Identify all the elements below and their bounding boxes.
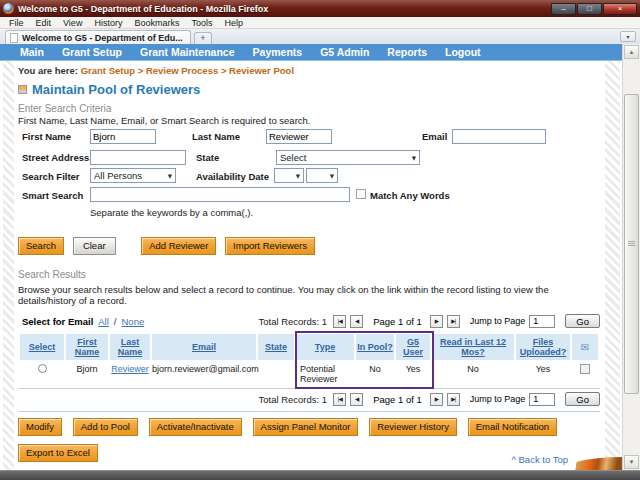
add-to-pool-button[interactable]: Add to Pool <box>73 418 138 436</box>
smart-search-input[interactable] <box>90 187 350 202</box>
col-email-select[interactable]: ✉ <box>572 334 598 360</box>
match-any-words-checkbox[interactable] <box>356 189 366 199</box>
window-title: Welcome to G5 - Department of Education … <box>18 4 268 14</box>
last-page-button[interactable]: ▶| <box>447 315 460 328</box>
col-read-12-mos[interactable]: Read in Last 12 Mos? <box>432 334 514 360</box>
caret-icon: ^ <box>511 454 515 465</box>
table-row: Bjorn Reviewer bjorn.reviewer@gmail.com … <box>20 360 598 386</box>
col-in-pool[interactable]: In Pool? <box>356 334 394 360</box>
state-select[interactable]: Select <box>276 150 420 165</box>
col-state[interactable]: State <box>258 334 294 360</box>
breadcrumb-separator: > <box>221 65 227 76</box>
prev-page-button[interactable]: ◀ <box>350 393 363 406</box>
nav-main[interactable]: Main <box>11 46 53 58</box>
next-page-button[interactable]: ▶ <box>430 315 443 328</box>
maximize-button[interactable]: □ <box>577 3 602 15</box>
export-to-excel-button[interactable]: Export to Excel <box>18 444 98 462</box>
search-results-heading: Search Results <box>18 269 600 280</box>
menu-file[interactable]: File <box>3 18 30 28</box>
back-to-top-link[interactable]: ^ Back to Top <box>511 454 568 465</box>
reviewer-link[interactable]: Reviewer <box>111 364 149 374</box>
email-notification-button[interactable]: Email Notification <box>468 418 557 436</box>
clear-button[interactable]: Clear <box>73 237 116 255</box>
page-icon <box>10 33 18 43</box>
status-bar <box>0 470 640 480</box>
select-all-link[interactable]: All <box>98 316 109 327</box>
minimize-button[interactable]: – <box>551 3 576 15</box>
tab-list-dropdown-icon[interactable]: ▾ <box>620 31 636 42</box>
web-page: Main Grant Setup Grant Maintenance Payme… <box>0 44 622 470</box>
col-email[interactable]: Email <box>152 334 256 360</box>
email-label: Email <box>422 131 447 142</box>
row-select-cell <box>20 360 64 386</box>
assign-panel-monitor-button[interactable]: Assign Panel Monitor <box>253 418 359 436</box>
street-address-input[interactable] <box>90 150 186 165</box>
col-type[interactable]: Type <box>296 334 354 360</box>
select-none-link[interactable]: None <box>121 316 144 327</box>
availability-day-select[interactable] <box>306 168 338 183</box>
total-records-value: 1 <box>322 316 327 327</box>
nav-grant-maintenance[interactable]: Grant Maintenance <box>131 46 244 58</box>
col-first-name[interactable]: First Name <box>66 334 108 360</box>
nav-logout[interactable]: Logout <box>436 46 490 58</box>
row-email-checkbox[interactable] <box>580 364 590 374</box>
vertical-scrollbar[interactable]: ▲ ▼ <box>622 44 640 470</box>
availability-month-select[interactable] <box>274 168 304 183</box>
email-input[interactable] <box>452 129 546 144</box>
row-state <box>258 360 294 386</box>
nav-g5-admin[interactable]: G5 Admin <box>311 46 378 58</box>
row-g5-user: Yes <box>396 360 430 386</box>
add-reviewer-button[interactable]: Add Reviewer <box>141 237 216 255</box>
activate-inactivate-button[interactable]: Activate/Inactivate <box>149 418 242 436</box>
menu-bookmarks[interactable]: Bookmarks <box>128 18 185 28</box>
first-page-button[interactable]: |◀ <box>333 393 346 406</box>
tab-title: Welcome to G5 - Department of Edu... <box>22 33 183 43</box>
prev-page-button[interactable]: ◀ <box>350 315 363 328</box>
jump-to-page-label: Jump to Page <box>470 316 526 326</box>
state-label: State <box>196 152 219 163</box>
firefox-icon <box>3 3 14 14</box>
row-radio[interactable] <box>38 364 47 373</box>
menu-edit[interactable]: Edit <box>30 18 58 28</box>
search-filter-select[interactable]: All Persons <box>90 168 176 183</box>
scroll-down-icon[interactable]: ▼ <box>624 455 639 469</box>
col-g5-user[interactable]: G5 User <box>396 334 430 360</box>
breadcrumb-grant-setup[interactable]: Grant Setup <box>81 65 135 76</box>
jump-to-page-input[interactable] <box>529 393 555 406</box>
modify-button[interactable]: Modify <box>18 418 62 436</box>
menu-view[interactable]: View <box>57 18 88 28</box>
active-tab[interactable]: Welcome to G5 - Department of Edu... <box>5 30 191 44</box>
close-button[interactable]: × <box>603 3 637 15</box>
menu-tools[interactable]: Tools <box>185 18 218 28</box>
row-files: Yes <box>516 360 570 386</box>
col-select[interactable]: Select <box>20 334 64 360</box>
first-page-button[interactable]: |◀ <box>333 315 346 328</box>
reviewer-history-button[interactable]: Reviewer History <box>369 418 457 436</box>
last-page-button[interactable]: ▶| <box>447 393 460 406</box>
import-reviewers-button[interactable]: Import Reviewers <box>225 237 315 255</box>
go-button[interactable]: Go <box>565 392 600 406</box>
next-page-button[interactable]: ▶ <box>430 393 443 406</box>
tab-bar: Welcome to G5 - Department of Edu... + ▾ <box>0 29 640 44</box>
breadcrumb-reviewer-pool[interactable]: Reviewer Pool <box>229 65 294 76</box>
title-bar: Welcome to G5 - Department of Education … <box>0 0 640 17</box>
last-name-input[interactable] <box>266 129 332 144</box>
jump-to-page-input[interactable] <box>529 315 555 328</box>
first-name-input[interactable] <box>90 129 156 144</box>
search-button[interactable]: Search <box>18 237 64 255</box>
menu-help[interactable]: Help <box>218 18 249 28</box>
col-files-uploaded[interactable]: Files Uploaded? <box>516 334 570 360</box>
col-last-name[interactable]: Last Name <box>110 334 150 360</box>
new-tab-button[interactable]: + <box>194 32 212 44</box>
menu-history[interactable]: History <box>88 18 128 28</box>
match-any-words-label: Match Any Words <box>370 190 450 201</box>
nav-grant-setup[interactable]: Grant Setup <box>53 46 131 58</box>
scroll-up-icon[interactable]: ▲ <box>624 45 639 59</box>
page-title: Maintain Pool of Reviewers <box>32 82 200 97</box>
nav-reports[interactable]: Reports <box>378 46 436 58</box>
breadcrumb-review-process[interactable]: Review Process <box>146 65 218 76</box>
nav-payments[interactable]: Payments <box>244 46 312 58</box>
go-button[interactable]: Go <box>565 314 600 328</box>
breadcrumb-separator: > <box>138 65 144 76</box>
scrollbar-thumb[interactable] <box>624 94 639 394</box>
